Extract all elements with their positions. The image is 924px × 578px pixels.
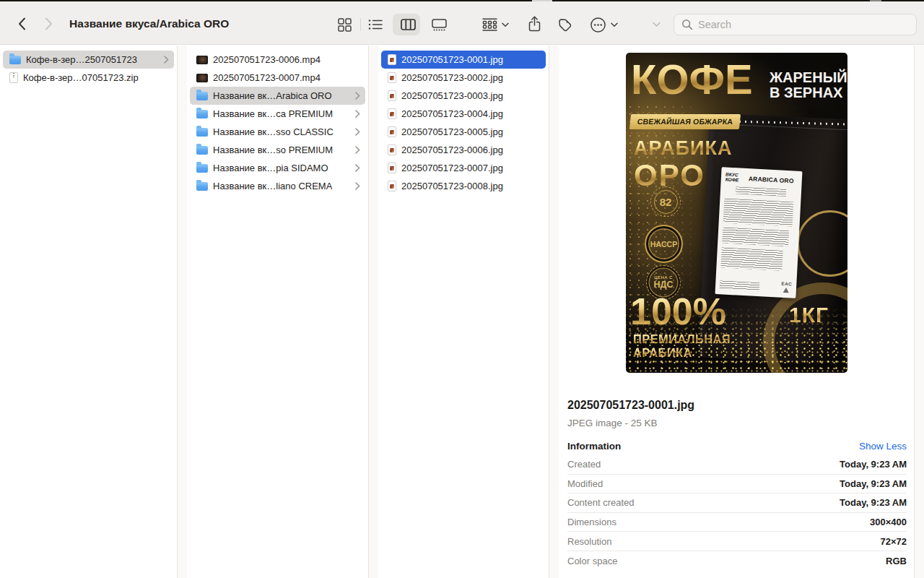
forward-button[interactable] — [41, 15, 56, 33]
tag-icon — [557, 17, 572, 33]
file-row[interactable]: Кофе-в-зер…2507051723 — [3, 51, 174, 69]
artwork-subtitle: ЖАРЕНЫЙ В ЗЕРНАХ — [770, 70, 847, 100]
file-column-3: 202507051723-0001.jpg 202507051723-0002.… — [378, 46, 549, 578]
image-file-icon — [388, 163, 396, 173]
show-less-link[interactable]: Show Less — [859, 441, 907, 452]
chevron-down-icon — [611, 22, 618, 27]
preview-scrollbar-track[interactable] — [914, 46, 924, 578]
search-field[interactable] — [674, 14, 917, 35]
column-divider[interactable] — [368, 46, 378, 578]
file-name: 202507051723-0006.jpg — [401, 144, 503, 155]
artwork-variety: ОРО — [634, 160, 705, 191]
chevron-right-icon — [355, 92, 360, 100]
gold-sparkles — [626, 306, 847, 373]
file-name: Кофе-в-зер…2507051723 — [26, 54, 137, 65]
info-row: Created Today, 9:23 AM — [567, 455, 907, 475]
file-name: 202507051723-0007.mp4 — [213, 72, 321, 83]
info-row: Modified Today, 9:23 AM — [567, 475, 907, 494]
tags-button[interactable] — [556, 16, 573, 33]
file-row[interactable]: Название вк…sso CLASSIC — [190, 123, 365, 141]
file-name: Название вк…са PREMIUM — [213, 108, 333, 119]
file-row[interactable]: Название вк…са PREMIUM — [190, 105, 365, 123]
view-columns-button[interactable] — [399, 17, 417, 33]
info-label: Resolution — [567, 536, 611, 547]
back-button[interactable] — [14, 15, 29, 33]
artwork-ribbon: СВЕЖАЙШАЯ ОБЖАРКА — [629, 114, 741, 129]
file-row[interactable]: Название вк…Arabica ORO — [190, 87, 365, 105]
info-row: Dimensions 300×400 — [567, 513, 907, 532]
file-name: Название вк…sso CLASSIC — [213, 126, 334, 137]
image-file-icon — [388, 90, 396, 101]
file-row[interactable]: 202507051723-0001.jpg — [381, 51, 546, 69]
column-divider[interactable] — [177, 46, 187, 578]
image-file-icon — [388, 54, 396, 65]
more-actions-button[interactable] — [587, 16, 620, 33]
info-value: 72×72 — [880, 536, 907, 547]
folder-icon — [196, 164, 208, 173]
info-row: Resolution 72×72 — [567, 532, 907, 551]
chevron-down-icon — [502, 22, 509, 27]
file-row[interactable]: Название вк…so PREMIUM — [190, 141, 365, 159]
file-row[interactable]: 202507051723-0005.jpg — [381, 123, 546, 141]
folder-icon — [196, 92, 208, 100]
info-label: Created — [567, 459, 601, 470]
group-button[interactable] — [479, 16, 511, 33]
score-badge: 82 — [650, 186, 681, 217]
file-row[interactable]: Название вк…liano CREMA — [190, 177, 365, 195]
view-icons-button[interactable] — [336, 17, 353, 33]
chevron-right-icon — [45, 17, 53, 30]
video-file-icon — [196, 74, 208, 82]
file-name: 202507051723-0001.jpg — [401, 54, 503, 65]
artwork-title: КОФЕ — [631, 59, 753, 100]
chevron-left-icon — [18, 17, 26, 30]
info-label: Dimensions — [567, 517, 616, 527]
view-gallery-button[interactable] — [430, 17, 448, 33]
zip-file-icon — [9, 72, 18, 83]
ellipsis-circle-icon — [590, 17, 606, 33]
file-name: Кофе-в-зер…07051723.zip — [23, 72, 139, 83]
file-info-panel: 202507051723-0001.jpg JPEG image - 25 KB… — [559, 399, 914, 571]
chevron-down-icon — [653, 22, 661, 27]
file-name: Название вк…liano CREMA — [213, 181, 332, 191]
chevron-right-icon — [355, 146, 360, 154]
file-name: 202507051723-0007.jpg — [401, 163, 503, 173]
brand-logo: ВКУС КОФЕ — [725, 172, 746, 182]
file-row[interactable]: 202507051723-0006.mp4 — [190, 51, 365, 69]
share-button[interactable] — [526, 14, 543, 34]
collapsed-toolbar-item-button[interactable] — [650, 20, 663, 30]
chevron-right-icon — [355, 128, 360, 136]
search-icon — [681, 19, 693, 30]
gallery-view-icon — [432, 19, 447, 31]
file-row[interactable]: Название вк…pia SIDAMO — [190, 159, 365, 177]
file-row[interactable]: 202507051723-0003.jpg — [381, 87, 546, 105]
image-file-icon — [388, 126, 396, 137]
label-fine-print — [723, 198, 794, 226]
group-by-icon — [482, 18, 497, 31]
preview-filetype: JPEG image - 25 KB — [567, 418, 907, 428]
search-input[interactable] — [698, 19, 909, 30]
chevron-right-icon — [355, 182, 360, 190]
info-value: 300×400 — [870, 517, 907, 527]
file-row[interactable]: 202507051723-0007.mp4 — [190, 69, 365, 87]
view-list-button[interactable] — [367, 17, 384, 33]
label-fine-print — [722, 227, 789, 246]
image-file-icon — [388, 108, 396, 119]
recycle-icon — [783, 288, 789, 293]
file-row[interactable]: 202507051723-0008.jpg — [381, 177, 546, 195]
chevron-right-icon — [164, 56, 169, 64]
file-row[interactable]: Кофе-в-зер…07051723.zip — [3, 69, 174, 87]
finder-window: Название вкуса/Arabica ORO — [0, 0, 924, 578]
label-fine-print — [720, 247, 783, 270]
file-row[interactable]: 202507051723-0002.jpg — [381, 69, 546, 87]
file-name: 202507051723-0008.jpg — [401, 181, 503, 191]
file-row[interactable]: 202507051723-0007.jpg — [381, 159, 546, 177]
info-value: Today, 9:23 AM — [840, 459, 907, 470]
column-divider[interactable] — [549, 46, 559, 578]
toolbar: Название вкуса/Arabica ORO — [0, 1, 924, 45]
file-name: Название вк…so PREMIUM — [213, 144, 333, 155]
folder-icon — [196, 146, 208, 155]
file-row[interactable]: 202507051723-0006.jpg — [381, 141, 546, 159]
info-row: Color space RGB — [567, 551, 907, 571]
video-file-icon — [196, 56, 208, 64]
file-row[interactable]: 202507051723-0004.jpg — [381, 105, 546, 123]
